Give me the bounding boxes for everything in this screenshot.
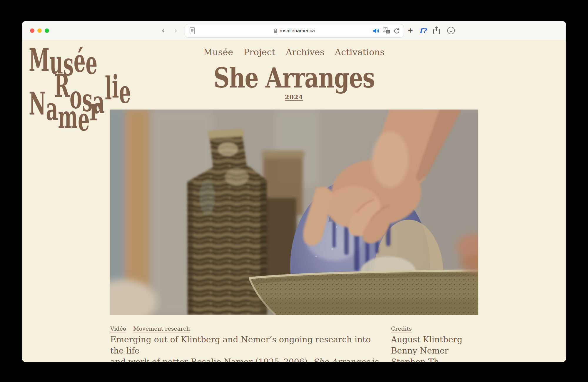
downloads-button[interactable] (447, 26, 455, 35)
reload-icon[interactable] (393, 28, 400, 34)
nav-item-musee[interactable]: Musée (203, 47, 233, 57)
nav-item-project[interactable]: Project (243, 47, 275, 57)
zoom-window-button[interactable] (45, 28, 49, 33)
nav-item-activations[interactable]: Activations (335, 47, 385, 57)
forward-button[interactable]: › (171, 25, 181, 36)
tag-movement-research-link[interactable]: Movement research (133, 325, 190, 332)
lock-icon (274, 28, 278, 33)
traffic-lights (30, 28, 49, 33)
project-tags: Vidéo Movement research (110, 325, 190, 332)
address-bar[interactable]: rosalienamer.ca Ax (185, 24, 404, 38)
main-navigation: Musée Project Archives Activations (22, 47, 566, 57)
credit-name-clipped: Stephen Th (391, 356, 462, 362)
tag-video-link[interactable]: Vidéo (110, 325, 126, 332)
credits-link[interactable]: Credits (391, 325, 412, 332)
project-description: Emerging out of Klintberg and Nemer’s on… (110, 334, 384, 362)
project-year-link[interactable]: 2024 (285, 93, 303, 101)
credit-name: Benny Nemer (391, 345, 462, 356)
credit-name: August Klintberg (391, 334, 462, 345)
description-line-2: and work of potter Rosalie Namer (1925–2… (110, 356, 384, 362)
page-title: She Arranges (213, 64, 375, 92)
logo-line-namer: Namer (29, 88, 100, 119)
close-window-button[interactable] (30, 28, 34, 33)
back-button[interactable]: ‹ (158, 25, 168, 36)
share-button[interactable] (433, 26, 440, 35)
credits-list: August Klintberg Benny Nemer Stephen Th (391, 334, 462, 362)
url-text[interactable]: rosalienamer.ca (185, 24, 404, 37)
browser-toolbar: ‹ › rosalienamer.ca Ax + f? (22, 21, 566, 40)
browser-window: ‹ › rosalienamer.ca Ax + f? (22, 21, 566, 362)
project-video-still (110, 110, 478, 315)
svg-text:x: x (387, 30, 389, 33)
new-tab-button[interactable]: + (408, 26, 413, 35)
description-line-1: Emerging out of Klintberg and Nemer’s on… (110, 334, 384, 356)
audio-playing-icon[interactable] (373, 28, 380, 34)
minimize-window-button[interactable] (37, 28, 42, 33)
translate-icon[interactable]: Ax (383, 27, 390, 34)
extension-button[interactable]: f? (420, 27, 426, 35)
nav-item-archives[interactable]: Archives (286, 47, 325, 57)
